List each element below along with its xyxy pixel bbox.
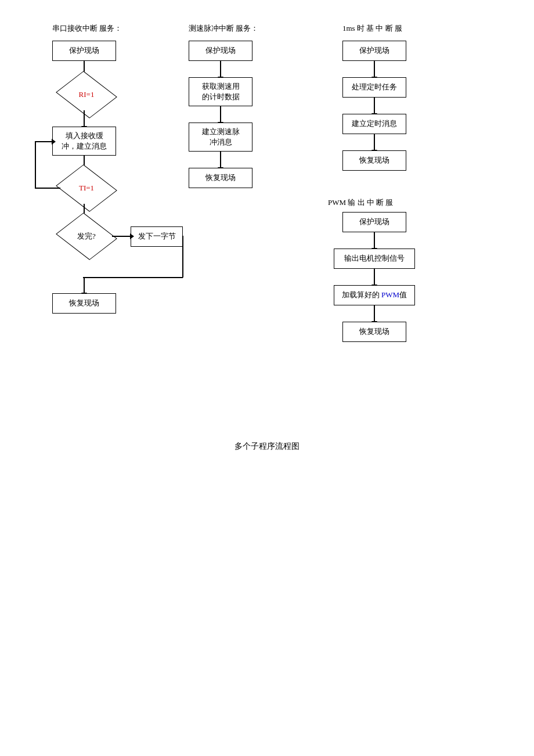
col1-b3: 发下一字节 — [131, 226, 183, 247]
col2-header: 测速脉冲中断 服务： — [189, 23, 258, 34]
pwm-header: PWM 输 出 中 断 服 — [328, 197, 393, 208]
pwm-arrow2 — [374, 269, 375, 285]
pwm-b1: 保护现场 — [342, 212, 406, 232]
diagram-area: 串口接收中断 服务： 测速脉冲中断 服务： 1ms 时 基 中 断 服 保护现场… — [17, 23, 517, 430]
col1-b1: 保护现场 — [52, 41, 116, 61]
col2-arrow1 — [220, 61, 221, 77]
col1-d3: 发完? — [60, 220, 113, 252]
col3-arrow3 — [374, 134, 375, 150]
col3-b1: 保护现场 — [342, 41, 406, 61]
pwm-arrow1 — [374, 232, 375, 249]
col2-b4: 恢复现场 — [189, 168, 252, 188]
col1-line-v1 — [182, 236, 183, 278]
col1-loop-h2 — [35, 141, 52, 142]
col3-b3: 建立定时消息 — [342, 114, 406, 134]
col1-loop-v1 — [35, 141, 36, 188]
col1-b2: 填入接收缓 冲，建立消息 — [52, 127, 116, 156]
col2-b2: 获取测速用 的计时数据 — [189, 77, 252, 106]
col2-arrow2 — [220, 106, 221, 123]
col2-arrow3 — [220, 152, 221, 168]
col1-line-h1 — [83, 277, 183, 278]
col1-arrow2 — [84, 110, 85, 127]
col3-b4: 恢复现场 — [342, 150, 406, 171]
page: 串口接收中断 服务： 测速脉冲中断 服务： 1ms 时 基 中 断 服 保护现场… — [0, 0, 534, 756]
caption: 多个子程序流程图 — [17, 441, 517, 452]
col3-b2: 处理定时任务 — [342, 77, 406, 98]
pwm-arrow3 — [374, 305, 375, 322]
col2-b1: 保护现场 — [189, 41, 252, 61]
col1-d1: RI=1 — [60, 78, 113, 110]
pwm-b4: 恢复现场 — [342, 322, 406, 342]
pwm-b2: 输出电机控制信号 — [334, 249, 415, 269]
col2-b3: 建立测速脉 冲消息 — [189, 123, 252, 152]
col3-arrow2 — [374, 98, 375, 114]
col3-header: 1ms 时 基 中 断 服 — [342, 23, 402, 34]
col1-b4: 恢复现场 — [52, 293, 116, 314]
col1-loop-h1 — [35, 188, 60, 189]
col1-line-right1 — [112, 236, 131, 237]
col1-d2: TI=1 — [60, 172, 113, 204]
col3-arrow1 — [374, 61, 375, 77]
pwm-b3: 加载算好的 PWM值 — [334, 285, 415, 305]
col1-header: 串口接收中断 服务： — [52, 23, 122, 34]
col1-arrow5 — [84, 277, 85, 293]
